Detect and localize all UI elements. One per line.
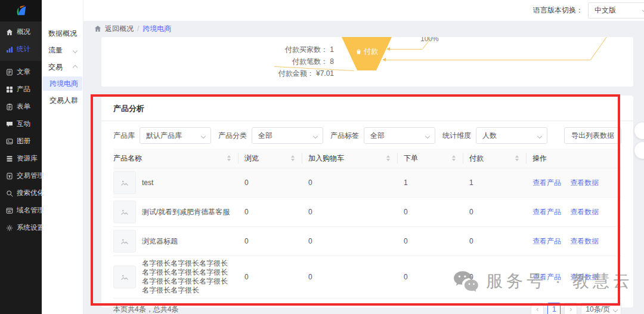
sidebar-item-label: 系统设置 — [17, 223, 44, 232]
submenu-item[interactable]: 流量 — [42, 43, 82, 57]
stat-dimension-select[interactable]: 人数 — [476, 127, 547, 144]
product-analysis-card: 产品分析 产品库 默认产品库 产品分类 全部 产品标签 — [101, 96, 633, 307]
export-list-button[interactable]: 导出列表数据 — [564, 127, 621, 144]
submenu-item-label: 数据概况 — [48, 29, 77, 38]
prev-page-button[interactable]: ‹ — [531, 303, 544, 314]
view-data-link[interactable]: 查看数据 — [570, 208, 599, 216]
sidebar-item-domain[interactable]: 域名管理 — [0, 202, 42, 219]
page-number-button[interactable]: 1 — [547, 303, 561, 314]
sidebar-item-form[interactable]: 表单 — [0, 98, 42, 115]
sort-icon[interactable] — [291, 153, 295, 163]
page-size-select[interactable]: 10条/页 — [581, 303, 621, 314]
view-product-link[interactable]: 查看产品 — [532, 237, 561, 245]
payments-value: 0 — [463, 208, 527, 216]
sidebar-item-album[interactable]: 图册 — [0, 133, 42, 150]
breadcrumb-back[interactable]: 返回概况 — [105, 24, 134, 34]
funnel-arrow-2 — [385, 60, 590, 60]
sidebar-item-label: 搜索优化 — [17, 189, 44, 198]
column-header-payments[interactable]: 付款 — [463, 153, 527, 164]
filter-label: 产品库 — [113, 131, 135, 141]
funnel-stat-amount: 付款金额： ¥7.01 — [185, 67, 334, 79]
orders-value: 0 — [398, 237, 463, 245]
view-product-link[interactable]: 查看产品 — [532, 208, 561, 216]
column-header-views[interactable]: 浏览 — [239, 153, 302, 164]
table-row[interactable]: test 0 0 1 1 查看产品 查看数据 — [113, 168, 621, 198]
sort-icon[interactable] — [227, 153, 231, 163]
submenu-item[interactable]: 交易 — [42, 60, 82, 74]
sidebar-item-label: 域名管理 — [17, 206, 44, 215]
sidebar-item-chart[interactable]: 统计 — [0, 41, 42, 58]
sidebar-item-article[interactable]: 文章 — [0, 63, 42, 81]
breadcrumb-separator: / — [137, 24, 139, 33]
article-icon — [6, 69, 13, 76]
funnel-stats: 付款买家数： 1 付款笔数： 8 付款金额： ¥7.01 — [185, 44, 334, 79]
sidebar-item-label: 表单 — [17, 102, 30, 111]
product-library-select[interactable]: 默认产品库 — [140, 127, 211, 144]
row-actions: 查看产品 查看数据 — [527, 207, 621, 217]
column-header-name[interactable]: 产品名称 — [113, 153, 239, 164]
product-thumbnail — [113, 230, 136, 253]
product-name: 测试/就看到减肥肯德基客服 — [142, 208, 230, 217]
pagination: ‹ 1 › 10条/页 — [531, 303, 621, 314]
table-row[interactable]: 测试/就看到减肥肯德基客服 0 0 0 0 查看产品 查看数据 — [113, 198, 621, 227]
product-category-select[interactable]: 全部 — [252, 127, 323, 144]
chevron-down-icon — [537, 134, 542, 138]
column-header-actions: 操作 — [527, 153, 621, 164]
main-content: 返回概况 / 跨境电商 付款买家数： 1 付款笔数： 8 付款金额： ¥7.01… — [83, 21, 644, 314]
filter-product-library: 产品库 默认产品库 — [113, 127, 211, 144]
product-name: test — [142, 178, 153, 187]
chevron-down-icon — [73, 48, 78, 53]
view-product-link[interactable]: 查看产品 — [532, 178, 561, 187]
app-logo[interactable] — [0, 0, 42, 21]
table-row[interactable]: 浏览器标题 0 0 0 0 查看产品 查看数据 — [113, 227, 621, 256]
submenu-item-label: 交易 — [48, 63, 63, 71]
sidebar-item-product[interactable]: 产品 — [0, 81, 42, 98]
sidebar-item-label: 交易管理 — [17, 171, 44, 180]
sidebar-item-settings[interactable]: 系统设置 — [0, 219, 42, 236]
sidebar-item-resource[interactable]: 资源库 — [0, 150, 42, 167]
orders-value: 0 — [398, 208, 463, 216]
view-data-link[interactable]: 查看数据 — [570, 178, 599, 187]
bag-icon — [355, 48, 362, 55]
sidebar-item-label: 概况 — [17, 27, 30, 36]
sidebar-item-seo[interactable]: 搜索优化 — [0, 184, 42, 202]
product-icon — [6, 86, 13, 93]
sort-icon[interactable] — [515, 153, 519, 163]
sidebar-item-trade[interactable]: 交易管理 — [0, 167, 42, 184]
sort-icon[interactable] — [386, 153, 390, 163]
logo-icon — [14, 4, 27, 17]
submenu-item-label: 交易人群 — [49, 96, 78, 104]
sidebar-item-interact[interactable]: 互动 — [0, 115, 42, 133]
form-icon — [6, 103, 13, 110]
product-thumbnail — [113, 201, 136, 223]
table-row[interactable]: 名字很长名字很长名字很长名字很长名字很长名字很长名字很长名字很长名字很长名字很长… — [113, 256, 621, 298]
column-header-cart[interactable]: 加入购物车 — [302, 153, 398, 164]
submenu-item[interactable]: 跨境电商 — [42, 76, 82, 91]
language-select[interactable]: 中文版 — [588, 2, 644, 19]
sidebar-item-home[interactable]: 概况 — [0, 23, 42, 41]
submenu-item[interactable]: 交易人群 — [42, 93, 82, 107]
funnel-arrow-1 — [389, 49, 422, 50]
view-product-link[interactable]: 查看产品 — [532, 273, 561, 281]
payments-value: 0 — [463, 273, 527, 281]
view-data-link[interactable]: 查看数据 — [570, 273, 599, 281]
next-page-button[interactable]: › — [564, 303, 577, 314]
column-header-orders[interactable]: 下单 — [398, 153, 463, 164]
language-switch-label: 语言版本切换： — [533, 5, 583, 16]
cart-value: 0 — [302, 178, 398, 187]
submenu-item[interactable]: 数据概况 — [42, 26, 82, 41]
filter-product-tag: 产品标签 全部 — [330, 127, 435, 144]
chevron-up-icon — [73, 65, 78, 70]
view-data-link[interactable]: 查看数据 — [570, 237, 599, 245]
primary-sidebar: 概况统计 文章产品表单互动图册资源库交易管理搜索优化域名管理系统设置 — [0, 0, 42, 314]
product-thumbnail — [113, 171, 136, 194]
row-actions: 查看产品 查看数据 — [527, 236, 621, 247]
trade-icon — [6, 173, 13, 180]
product-tag-select[interactable]: 全部 — [364, 127, 435, 144]
chevron-down-icon — [425, 134, 430, 138]
sort-icon[interactable] — [452, 153, 456, 163]
filter-product-category: 产品分类 全部 — [218, 127, 323, 144]
orders-value: 1 — [398, 178, 463, 187]
home-icon — [6, 29, 13, 36]
sidebar-item-label: 产品 — [17, 85, 30, 94]
